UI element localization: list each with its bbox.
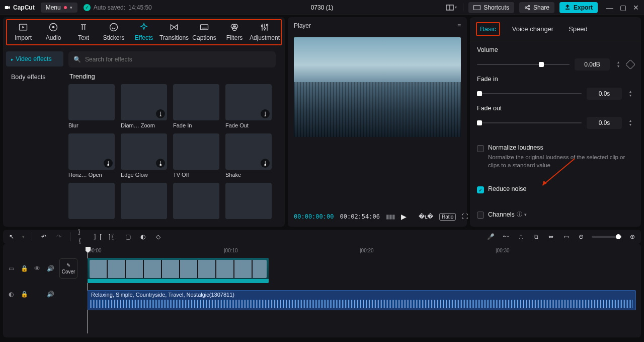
- audio-clip[interactable]: Relaxing, Simple, Countryside, Travel, N…: [88, 290, 636, 310]
- redo-button[interactable]: ↷: [54, 232, 63, 241]
- lock-icon[interactable]: 🔒: [20, 265, 28, 272]
- hamburger-icon[interactable]: ≡: [457, 22, 461, 29]
- search-input[interactable]: [85, 56, 271, 63]
- download-icon[interactable]: ⭳: [104, 159, 113, 168]
- export-button[interactable]: Export: [559, 2, 598, 13]
- link-align-icon[interactable]: ⎍: [516, 232, 525, 241]
- track-type-icon[interactable]: ▭: [7, 265, 15, 272]
- reduce-noise-checkbox[interactable]: ✓: [477, 186, 484, 193]
- compare-icon[interactable]: ▮▮▮: [386, 213, 395, 220]
- tab-voice-changer[interactable]: Voice changer: [509, 23, 556, 35]
- info-icon[interactable]: ⓘ: [517, 211, 522, 218]
- sidebar-item-video-effects[interactable]: ▸Video effects: [6, 51, 63, 66]
- snapshot-icon[interactable]: �ւ�: [419, 213, 433, 220]
- tab-speed[interactable]: Speed: [566, 23, 591, 35]
- fade-out-value[interactable]: 0.0s: [587, 117, 622, 129]
- fade-in-stepper[interactable]: ▴▾: [627, 88, 634, 100]
- sidebar-item-body-effects[interactable]: Body effects: [6, 70, 63, 85]
- zoom-out-icon[interactable]: ⊖: [577, 232, 586, 241]
- effect-thumb[interactable]: Blur: [68, 84, 115, 128]
- video-clip[interactable]: [88, 258, 269, 283]
- tab-effects[interactable]: Effects: [130, 22, 158, 41]
- tab-adjustment[interactable]: Adjustment: [251, 22, 279, 41]
- crop-tool[interactable]: ◇: [153, 232, 163, 241]
- tab-transitions[interactable]: Transitions: [160, 22, 188, 41]
- fade-out-slider[interactable]: [477, 119, 582, 126]
- mute-icon[interactable]: 🔊: [46, 291, 54, 298]
- effect-thumb[interactable]: [225, 183, 272, 221]
- fade-out-stepper[interactable]: ▴▾: [627, 117, 634, 129]
- effects-gallery: 🔍 Trending Blur⭳Diam… ZoomFade In⭳Fade O…: [66, 47, 285, 227]
- trim-left-tool[interactable]: 〗[: [93, 232, 102, 241]
- split-tool[interactable]: 〗〖: [78, 232, 87, 241]
- mute-icon[interactable]: 🔊: [46, 265, 54, 272]
- thumb-label: Diam… Zoom: [121, 122, 167, 128]
- effect-thumb[interactable]: [121, 183, 167, 221]
- channels-row[interactable]: Channels ⓘ ▾: [477, 211, 634, 219]
- download-icon[interactable]: ⭳: [261, 159, 270, 168]
- effect-thumb[interactable]: [68, 183, 115, 221]
- tab-import[interactable]: Import: [9, 22, 37, 41]
- minimize-button[interactable]: —: [606, 4, 614, 12]
- magnet-icon[interactable]: ⬳: [501, 232, 510, 241]
- eye-icon[interactable]: 👁: [33, 265, 41, 272]
- close-button[interactable]: ✕: [632, 4, 640, 12]
- download-icon[interactable]: ⭳: [261, 109, 270, 118]
- zoom-fit-icon[interactable]: ▭: [561, 232, 571, 241]
- preview-cut-icon[interactable]: ⇔: [546, 232, 555, 241]
- player-viewport[interactable]: [294, 37, 461, 137]
- tab-audio[interactable]: Audio: [39, 22, 67, 41]
- maximize-button[interactable]: ▢: [619, 4, 627, 12]
- link-icon[interactable]: ⧉: [531, 232, 540, 241]
- zoom-in-icon[interactable]: ⊕: [628, 232, 637, 241]
- mirror-tool[interactable]: ◐: [138, 232, 147, 241]
- tab-captions[interactable]: Captions: [190, 22, 218, 41]
- cover-button[interactable]: ✎ Cover: [59, 258, 77, 279]
- share-button[interactable]: Share: [519, 2, 554, 13]
- chevron-down-icon[interactable]: ▾: [524, 212, 527, 217]
- download-icon[interactable]: ⭳: [156, 109, 165, 118]
- effect-thumb[interactable]: ⭳Diam… Zoom: [121, 84, 167, 128]
- tab-basic[interactable]: Basic: [476, 22, 500, 36]
- volume-slider[interactable]: [477, 61, 570, 68]
- menu-button[interactable]: Menu ▾: [41, 3, 77, 13]
- mic-icon[interactable]: 🎤: [486, 232, 495, 241]
- tracks-area[interactable]: |00:00 |00:10 |00:20 |00:30 Relaxing, Si…: [86, 247, 637, 333]
- fade-in-slider[interactable]: [477, 90, 582, 97]
- volume-value[interactable]: 0.0dB: [575, 58, 610, 71]
- fade-in-value[interactable]: 0.0s: [587, 88, 622, 100]
- normalize-checkbox[interactable]: [477, 145, 484, 152]
- effect-thumb[interactable]: ⭳Horiz… Open: [68, 133, 115, 178]
- cursor-tool[interactable]: ↖: [7, 232, 16, 241]
- effect-thumb[interactable]: [173, 183, 219, 221]
- keyframe-icon[interactable]: [625, 59, 635, 70]
- shortcuts-button[interactable]: Shortcuts: [468, 2, 514, 13]
- effect-thumb[interactable]: Fade In: [173, 84, 219, 128]
- undo-button[interactable]: ↶: [39, 232, 48, 241]
- effect-thumb[interactable]: ⭳Fade Out: [225, 84, 272, 128]
- play-button[interactable]: ▶: [401, 213, 407, 221]
- time-ruler[interactable]: |00:00 |00:10 |00:20 |00:30: [86, 247, 637, 256]
- effect-thumb[interactable]: TV Off: [173, 133, 219, 178]
- tab-stickers[interactable]: Stickers: [100, 22, 128, 41]
- channels-checkbox[interactable]: [477, 212, 484, 219]
- trim-right-tool[interactable]: ]〖: [108, 232, 117, 241]
- layout-icon[interactable]: ▾: [445, 2, 458, 13]
- search-effects[interactable]: 🔍: [68, 51, 276, 67]
- reduce-noise-row[interactable]: ✓ Reduce noise: [477, 185, 634, 193]
- thumb-image: [68, 84, 115, 120]
- download-icon[interactable]: ⭳: [156, 159, 165, 168]
- lock-icon[interactable]: 🔒: [20, 291, 28, 298]
- tab-filters[interactable]: Filters: [220, 22, 249, 41]
- normalize-row[interactable]: Normalize loudness Normalize the origina…: [477, 144, 634, 169]
- track-type-icon[interactable]: ◐: [7, 291, 15, 298]
- ratio-button[interactable]: Ratio: [439, 213, 456, 221]
- fullscreen-icon[interactable]: ⛶: [462, 213, 468, 220]
- delete-tool[interactable]: ▢: [123, 232, 132, 241]
- effect-thumb[interactable]: ⭳Shake: [225, 133, 272, 178]
- volume-stepper[interactable]: ▴▾: [615, 58, 622, 71]
- tab-text[interactable]: Text: [69, 22, 98, 41]
- zoom-slider[interactable]: [592, 236, 622, 238]
- effect-thumb[interactable]: ⭳Edge Glow: [121, 133, 167, 178]
- svg-point-25: [266, 24, 268, 26]
